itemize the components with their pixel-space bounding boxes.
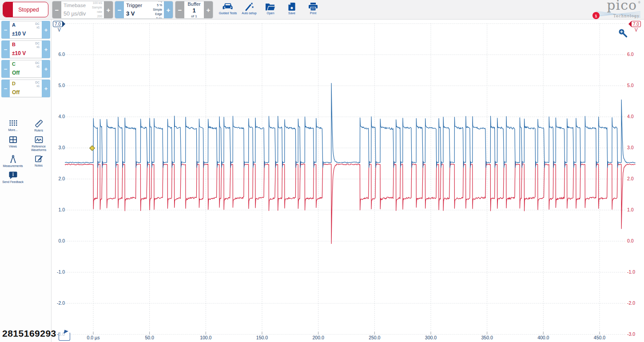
channel-c-state: Off	[12, 70, 20, 76]
channel-b-coupling: DC	[36, 42, 40, 45]
printer-icon	[308, 2, 318, 11]
buffer-count: of 1	[191, 14, 197, 18]
feedback-icon	[8, 171, 18, 179]
channel-b-axis-tag[interactable]: 7.0	[628, 21, 641, 27]
trigger-plus-button[interactable]: +	[164, 1, 173, 18]
channel-c-widget[interactable]: − C DC x1 Off +	[1, 60, 50, 78]
registered-mark: ®	[638, 1, 640, 4]
send-feedback-button[interactable]: Send Feedback	[1, 171, 25, 184]
reference-waveforms-button[interactable]: Reference Waveforms	[27, 135, 51, 152]
channel-c-coupling: DC	[36, 61, 40, 64]
trigger-submode: Auto	[146, 16, 162, 19]
views-button[interactable]: Views	[1, 135, 25, 152]
channel-b-range: ±10 V	[12, 50, 26, 56]
channel-a-range: ±10 V	[12, 31, 26, 37]
zoom-magnifier-icon[interactable]	[617, 28, 628, 38]
save-button[interactable]: Save	[281, 1, 302, 15]
channel-a-name: A	[12, 22, 16, 28]
channel-a-axis-tag[interactable]: 7.0	[53, 21, 65, 27]
left-axis-max-value: 7.0	[53, 21, 63, 27]
pico-technology-logo: pico ® Technology	[597, 0, 641, 20]
save-icon	[286, 2, 297, 11]
logo-brand: pico	[607, 0, 637, 13]
magic-wand-icon	[244, 2, 254, 11]
buffer-value: 1	[192, 7, 195, 14]
notes-button[interactable]: Notes	[27, 155, 51, 168]
print-label: Print	[302, 12, 324, 15]
buffer-previous-button[interactable]: −	[175, 1, 184, 18]
waveform-plot	[0, 0, 644, 342]
notification-badge[interactable]: 1	[592, 12, 600, 19]
channel-d-coupling: DC	[36, 81, 40, 84]
timebase-minus-button[interactable]: −	[52, 1, 61, 18]
send-feedback-label: Send Feedback	[1, 180, 25, 184]
channel-a-plus-button[interactable]: +	[42, 21, 50, 39]
views-label: Views	[1, 145, 25, 148]
channel-d-minus-button[interactable]: −	[1, 80, 10, 97]
measurements-button[interactable]: Measurements	[1, 155, 25, 168]
trigger-source: A	[159, 1, 160, 2]
trigger-threshold: 5 %	[146, 3, 162, 8]
more-label: More...	[1, 128, 25, 132]
stop-button-label: Stopped	[18, 7, 39, 13]
timebase-panel[interactable]: Timebase 50 µs/div	[61, 1, 91, 18]
print-button[interactable]: Print	[302, 1, 324, 15]
trigger-panel[interactable]: Trigger 3 V	[124, 1, 145, 18]
timebase-group: − Timebase 50 µs/div Samples 100 kS Samp…	[52, 1, 113, 19]
notes-label: Notes	[27, 164, 51, 167]
trigger-group: − Trigger 3 V A ∫ 5 % Simple Edge Auto +	[115, 1, 173, 19]
auto-setup-button[interactable]: Auto setup	[239, 1, 260, 15]
trigger-info: A ∫ 5 % Simple Edge Auto	[145, 1, 164, 18]
sample-rate-label: Sample rate	[91, 5, 102, 14]
guided-tests-button[interactable]: Guided Tests	[217, 1, 239, 15]
stop-start-button[interactable]: Stopped	[3, 2, 48, 17]
open-button[interactable]: Open	[260, 1, 281, 15]
channel-b-widget[interactable]: − B DC x1 ±10 V +	[1, 40, 50, 58]
logo-subtitle: Technology	[613, 14, 640, 18]
buffer-group: − Buffer 1 of 1 +	[175, 1, 213, 19]
top-toolbar: Stopped − Timebase 50 µs/div Samples 100…	[0, 0, 644, 20]
timebase-value: 50 µs/div	[64, 11, 88, 17]
channel-d-state: Off	[12, 89, 20, 95]
sample-rate-value: 200 MS/s	[91, 14, 102, 19]
timebase-info: Samples 100 kS Sample rate 200 MS/s	[91, 1, 104, 18]
car-icon	[223, 2, 233, 11]
right-axis-unit: V	[635, 28, 638, 32]
measurements-label: Measurements	[1, 164, 25, 168]
trigger-mode: Simple Edge	[146, 8, 162, 16]
channel-d-plus-button[interactable]: +	[42, 80, 50, 97]
guided-tests-label: Guided Tests	[217, 12, 239, 15]
channel-c-plus-button[interactable]: +	[42, 60, 50, 78]
reference-waveforms-label: Reference Waveforms	[27, 145, 51, 152]
edge-icon: ∫	[161, 1, 162, 2]
ruler-icon	[34, 119, 44, 128]
channel-c-name: C	[12, 61, 16, 67]
open-folder-icon	[265, 2, 276, 11]
buffer-next-button[interactable]: +	[204, 1, 213, 18]
more-button[interactable]: More...	[1, 119, 25, 132]
channel-b-plus-button[interactable]: +	[42, 40, 50, 58]
reference-waveform-icon	[34, 135, 44, 144]
channel-d-widget[interactable]: − D DC x1 Off +	[1, 80, 50, 97]
channel-d-probe: x1	[36, 84, 40, 87]
timebase-plus-button[interactable]: +	[104, 1, 113, 18]
right-axis-max-value: 7.0	[631, 21, 641, 27]
channel-a-widget[interactable]: − A DC x1 ±10 V +	[1, 21, 50, 39]
buffer-panel[interactable]: Buffer 1 of 1	[184, 1, 204, 18]
auto-setup-label: Auto setup	[239, 12, 260, 15]
views-icon	[8, 135, 18, 144]
open-label: Open	[260, 12, 281, 15]
toolbar-actions: Guided Tests Auto setup Open Save	[217, 1, 324, 15]
rulers-button[interactable]: Rulers	[27, 119, 51, 132]
sidebar-tools: More... Rulers Views	[0, 119, 52, 187]
trigger-label: Trigger	[126, 3, 143, 8]
save-label: Save	[281, 12, 302, 15]
channel-b-name: B	[12, 42, 16, 47]
axis-offset-marker[interactable]	[59, 332, 70, 341]
channel-a-minus-button[interactable]: −	[1, 21, 10, 39]
samples-value: 100 kS	[91, 1, 102, 5]
channel-c-minus-button[interactable]: −	[1, 60, 10, 78]
channel-b-minus-button[interactable]: −	[1, 40, 10, 58]
trigger-minus-button[interactable]: −	[115, 1, 124, 18]
stop-indicator	[3, 2, 13, 17]
